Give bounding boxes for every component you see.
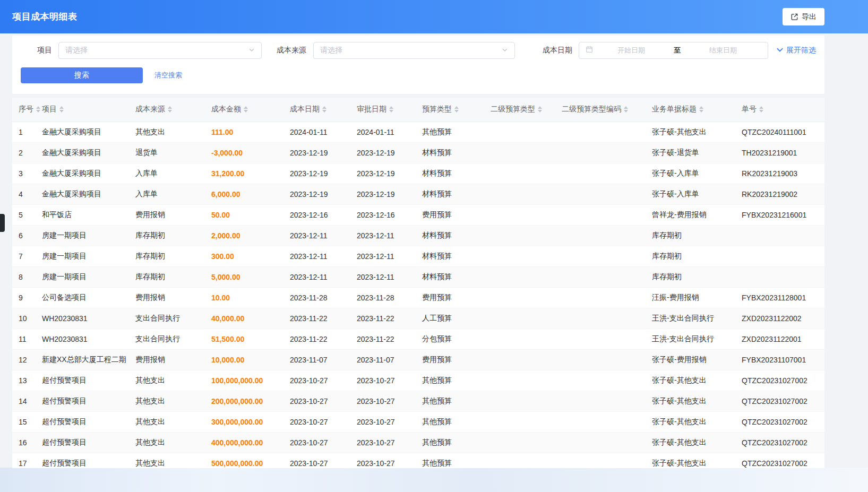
table-row: 10WH20230831支出合同执行40,000.002023-11-22202… [12, 308, 824, 329]
column-header[interactable]: 二级预算类型编码 [555, 98, 646, 122]
column-header-label: 二级预算类型 [491, 105, 535, 114]
table-row: 14超付预警项目其他支出200,000,000.002023-10-272023… [12, 391, 824, 411]
amount-cell: 10.00 [205, 287, 283, 308]
table-cell: 9 [12, 287, 36, 308]
table-cell: 金融大厦采购项目 [36, 142, 129, 163]
filter-actions: 搜索 清空搜索 [21, 67, 816, 83]
export-button[interactable]: 导出 [783, 8, 824, 25]
sort-icon[interactable] [454, 106, 459, 113]
table-cell: 2024-01-11 [283, 122, 350, 142]
sort-icon[interactable] [168, 106, 172, 113]
cost-source-select[interactable]: 请选择 [313, 42, 515, 59]
column-header[interactable]: 单号 [735, 98, 824, 122]
table-cell: 人工预算 [416, 308, 484, 329]
sort-icon[interactable] [244, 106, 248, 113]
project-select[interactable]: 请选择 [58, 42, 262, 59]
table-cell [555, 246, 646, 266]
sort-icon[interactable] [759, 106, 763, 113]
table-cell: 材料预算 [416, 266, 484, 287]
table-cell: 超付预警项目 [36, 432, 129, 453]
table-cell [484, 308, 555, 329]
column-header[interactable]: 成本金额 [205, 98, 283, 122]
table-cell: 2023-12-19 [283, 142, 350, 163]
table-cell: 金融大厦采购项目 [36, 163, 129, 184]
table-cell: 入库单 [129, 163, 205, 184]
table-head: 序号 项目 成本来源 成本金额 成本日期 审批日期 预算类型 [12, 98, 824, 122]
export-button-label: 导出 [802, 12, 817, 22]
app-root: 项目成本明细表 导出 项目 请选择 成 [0, 0, 868, 492]
column-header[interactable]: 业务单据标题 [646, 98, 735, 122]
table-cell: WH20230831 [36, 308, 129, 329]
table-cell: 2023-11-22 [283, 308, 350, 329]
column-header-label: 序号 [19, 105, 33, 114]
table-cell: 2023-12-11 [283, 225, 350, 246]
sort-icon[interactable] [59, 106, 64, 113]
table-cell [484, 225, 555, 246]
sort-icon[interactable] [322, 106, 326, 113]
amount-cell: 5,000.00 [205, 266, 283, 287]
table-cell: 2023-10-27 [350, 391, 416, 411]
table-cell: 2023-10-27 [350, 453, 416, 468]
table-cell: 库存期初 [646, 225, 735, 246]
table-cell: 14 [12, 391, 36, 411]
table-cell: 其他预算 [416, 391, 484, 411]
sort-icon[interactable] [624, 106, 628, 113]
table-cell [484, 184, 555, 204]
table-cell [484, 266, 555, 287]
amount-cell: 300,000,000.00 [205, 411, 283, 432]
table-row: 7房建一期项目库存期初300.002023-12-112023-12-11材料预… [12, 246, 824, 266]
end-date-input[interactable]: 结束日期 [685, 46, 761, 55]
table-cell: 5 [12, 204, 36, 225]
column-header-label: 成本来源 [135, 105, 165, 114]
cost-date-filter-label: 成本日期 [543, 46, 572, 55]
table-cell: 费用报销 [129, 349, 205, 370]
cost-source-filter-label: 成本来源 [277, 46, 306, 55]
amount-cell: 111.00 [205, 122, 283, 142]
clear-search-link[interactable]: 清空搜索 [154, 71, 182, 80]
side-drawer-handle[interactable] [0, 214, 5, 232]
column-header[interactable]: 序号 [12, 98, 36, 122]
table-cell: 材料预算 [416, 163, 484, 184]
column-header-label: 审批日期 [357, 105, 386, 114]
table-cell: 费用报销 [129, 204, 205, 225]
table-cell: 6 [12, 225, 36, 246]
table-cell: 其他支出 [129, 411, 205, 432]
search-button[interactable]: 搜索 [21, 67, 143, 83]
sort-icon[interactable] [36, 106, 40, 113]
table-cell [555, 204, 646, 225]
table-row: 5和平饭店费用报销50.002023-12-162023-12-16费用预算曾祥… [12, 204, 824, 225]
date-range-separator: 至 [669, 46, 685, 55]
column-header[interactable]: 成本来源 [129, 98, 205, 122]
table-cell: QTZC20231027002 [735, 411, 824, 432]
table-cell [484, 246, 555, 266]
chevron-down-icon [502, 46, 508, 55]
expand-filters-link[interactable]: 展开筛选 [776, 46, 816, 55]
table-cell [484, 122, 555, 142]
table-cell [555, 184, 646, 204]
table-cell: 材料预算 [416, 225, 484, 246]
table-cell: 2023-12-11 [350, 246, 416, 266]
table-cell: 2023-10-27 [350, 411, 416, 432]
topbar: 项目成本明细表 导出 [0, 0, 868, 33]
column-header[interactable]: 预算类型 [416, 98, 484, 122]
table-cell [555, 391, 646, 411]
table-cell: 2024-01-11 [350, 122, 416, 142]
start-date-input[interactable]: 开始日期 [593, 46, 669, 55]
column-header[interactable]: 项目 [36, 98, 129, 122]
table-cell: QTZC20240111001 [735, 122, 824, 142]
table-cell [484, 432, 555, 453]
sort-icon[interactable] [389, 106, 393, 113]
sort-icon[interactable] [538, 106, 542, 113]
column-header[interactable]: 二级预算类型 [484, 98, 555, 122]
column-header[interactable]: 审批日期 [350, 98, 416, 122]
table-cell [735, 266, 824, 287]
column-header[interactable]: 成本日期 [283, 98, 350, 122]
table-cell: 材料预算 [416, 246, 484, 266]
table-cell: 超付预警项目 [36, 411, 129, 432]
amount-cell: -3,000.00 [205, 142, 283, 163]
sort-icon[interactable] [699, 106, 703, 113]
table-cell: 费用预算 [416, 204, 484, 225]
table-cell: 17 [12, 453, 36, 468]
cost-date-range-picker[interactable]: 开始日期 至 结束日期 [579, 42, 768, 59]
table-cell: QTZC20231027002 [735, 370, 824, 391]
